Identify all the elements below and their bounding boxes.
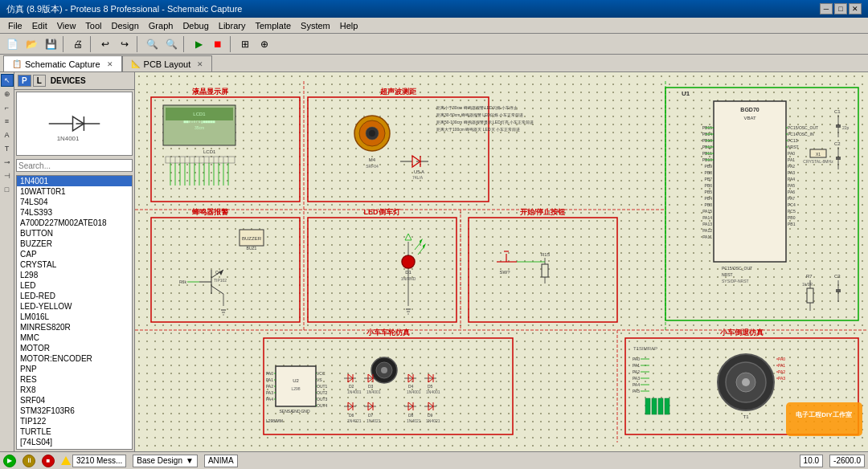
svg-text:超声波测距: 超声波测距	[379, 88, 417, 96]
svg-text:液晶显示屏: 液晶显示屏	[192, 87, 229, 96]
svg-text:PA5: PA5	[633, 389, 640, 394]
stop-sim-button[interactable]: ⏹	[209, 35, 227, 53]
menu-item-help[interactable]: Help	[335, 20, 363, 31]
menu-item-debug[interactable]: Debug	[178, 20, 213, 31]
svg-rect-288	[652, 398, 657, 414]
comp-item[interactable]: LED-YELLOW	[17, 301, 132, 312]
svg-text:R15: R15	[541, 252, 551, 257]
component-tool[interactable]: ⊕	[1, 88, 14, 100]
comp-item[interactable]: A700D227M002ATE018	[17, 218, 132, 228]
mode-p-button[interactable]: P	[18, 75, 31, 87]
toolbar-sep-1	[63, 36, 66, 52]
stop-button[interactable]: ■	[42, 455, 55, 467]
select-tool[interactable]: ↖	[1, 74, 14, 87]
svg-text:SW?: SW?	[499, 270, 510, 275]
svg-rect-0	[17, 92, 132, 154]
comp-item[interactable]: LM016L	[17, 312, 132, 322]
comp-item[interactable]: [74LS04]	[17, 437, 132, 447]
menu-item-edit[interactable]: Edit	[27, 20, 52, 31]
warning-area: 3210 Mess...	[61, 455, 126, 467]
probe-tool[interactable]: ⊸	[1, 156, 14, 169]
tab-schematic-close[interactable]: ✕	[107, 60, 113, 68]
svg-rect-159	[308, 218, 457, 322]
menu-item-view[interactable]: View	[52, 20, 81, 31]
comp-item[interactable]: MOTOR	[17, 343, 132, 353]
menu-item-graph[interactable]: Graph	[144, 20, 178, 31]
maximize-button[interactable]: □	[834, 3, 847, 14]
comp-item[interactable]: BUTTON	[17, 228, 132, 239]
comp-item[interactable]: [74LS393]	[17, 447, 132, 450]
comp-item[interactable]: LED	[17, 280, 132, 291]
run-sim-button[interactable]: ▶	[190, 35, 207, 53]
comp-item[interactable]: SRF04	[17, 395, 132, 406]
label-tool[interactable]: A	[1, 128, 14, 141]
wire-tool[interactable]: ⌐	[1, 101, 14, 114]
print-button[interactable]: 🖨	[69, 35, 87, 53]
bus-tool[interactable]: ≡	[1, 115, 14, 128]
comp-panel-header: P L DEVICES	[14, 72, 134, 90]
svg-text:LED倒车灯: LED倒车灯	[364, 207, 401, 216]
tab-pcb-close[interactable]: ✕	[197, 60, 203, 68]
menu-item-file[interactable]: File	[3, 20, 27, 31]
comp-item[interactable]: 74LS393	[17, 207, 132, 218]
svg-text:1N4001: 1N4001	[407, 389, 421, 394]
pause-button[interactable]: ⏸	[23, 455, 35, 467]
text-tool[interactable]: T	[1, 142, 14, 155]
mode-l-button[interactable]: L	[33, 75, 46, 87]
tab-schematic-label: Schematic Capture	[25, 59, 100, 69]
comp-item[interactable]: L298	[17, 270, 132, 280]
minimize-button[interactable]: ─	[820, 3, 833, 14]
play-button[interactable]: ▶	[3, 455, 16, 467]
comp-item[interactable]: MOTOR:ENCODER	[17, 353, 132, 364]
svg-text:TIP102: TIP102	[214, 278, 227, 283]
comp-item[interactable]: RX8	[17, 385, 132, 395]
undo-button[interactable]: ↩	[96, 35, 114, 53]
new-button[interactable]: 📄	[3, 35, 21, 53]
close-button[interactable]: ✕	[849, 3, 862, 14]
comp-item[interactable]: BUZZER	[17, 239, 132, 249]
schematic-canvas-area[interactable]: 液晶显示屏 LCD1 ■■eversg■■■■■ 35cm LCD1	[135, 72, 868, 451]
comp-item[interactable]: CAP	[17, 249, 132, 259]
comp-item[interactable]: CRYSTAL	[17, 259, 132, 270]
comp-item[interactable]: MMC	[17, 332, 132, 343]
comp-search-input[interactable]	[16, 159, 133, 172]
svg-text:PB6: PB6	[705, 183, 713, 188]
comp-item[interactable]: MINRES820R	[17, 322, 132, 332]
comp-item[interactable]: 10WATT0R1	[17, 186, 132, 197]
stop-icon: ■	[47, 457, 51, 464]
comp-item[interactable]: TURTLE	[17, 426, 132, 437]
zoom-in-button[interactable]: 🔍	[143, 35, 161, 53]
svg-text:SRF04: SRF04	[366, 164, 379, 169]
svg-text:D3: D3	[368, 384, 374, 389]
menu-item-template[interactable]: Template	[250, 20, 296, 31]
schematic-canvas[interactable]: 液晶显示屏 LCD1 ■■eversg■■■■■ 35cm LCD1	[135, 72, 868, 451]
comp-item[interactable]: LED-RED	[17, 291, 132, 301]
comp-item[interactable]: 1N4001	[17, 176, 132, 186]
comp-item[interactable]: PNP	[17, 364, 132, 374]
grid-button[interactable]: ⊞	[236, 35, 254, 53]
menu-item-system[interactable]: System	[296, 20, 335, 31]
design-display[interactable]: Base Design ▼	[133, 455, 198, 467]
comp-item[interactable]: TIP122	[17, 416, 132, 426]
svg-text:BGD70: BGD70	[740, 107, 759, 112]
open-button[interactable]: 📂	[23, 35, 40, 53]
menu-item-library[interactable]: Library	[214, 20, 251, 31]
svg-text:小车倒退仿真: 小车倒退仿真	[719, 328, 764, 336]
snap-button[interactable]: ⊕	[256, 35, 273, 53]
tab-pcb[interactable]: 📐 PCB Layout ✕	[122, 55, 213, 71]
design-dropdown-icon[interactable]: ▼	[186, 456, 194, 465]
zoom-out-button[interactable]: 🔍	[162, 35, 180, 53]
comp-item[interactable]: 74LS04	[17, 197, 132, 207]
redo-button[interactable]: ↪	[116, 35, 133, 53]
port-tool[interactable]: □	[1, 183, 14, 196]
terminal-tool[interactable]: ⊣	[1, 169, 14, 182]
tab-schematic[interactable]: 📋 Schematic Capture ✕	[3, 55, 122, 71]
svg-rect-291	[786, 402, 862, 436]
menu-item-design[interactable]: Design	[107, 20, 144, 31]
save-button[interactable]: 💾	[42, 35, 59, 53]
menu-item-tool[interactable]: Tool	[80, 20, 106, 31]
svg-text:1N4021: 1N4021	[347, 418, 362, 423]
comp-item[interactable]: STM32F103R6	[17, 406, 132, 416]
comp-list[interactable]: 1N400110WATT0R174LS0474LS393A700D227M002…	[16, 175, 133, 450]
comp-item[interactable]: RES	[17, 374, 132, 385]
